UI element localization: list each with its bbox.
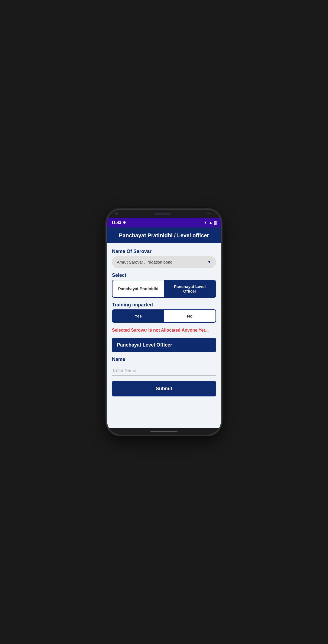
sarovar-dropdown[interactable]: Amrut Sarovar , Irrigation pond ▼ xyxy=(112,256,216,268)
select-label: Select xyxy=(112,273,216,278)
battery-icon: ▓ xyxy=(214,220,217,225)
training-section: Training imparted Yes No xyxy=(112,302,216,323)
phone-frame: 11:43 ⚙ ▼ ▲ ▓ Panchayat Pratinidhi / Lev… xyxy=(107,210,221,435)
gear-icon: ⚙ xyxy=(123,220,126,225)
training-toggle-group: Yes No xyxy=(112,309,216,323)
app-header: Panchayat Pratinidhi / Level officer xyxy=(107,228,221,243)
sensors xyxy=(207,213,213,215)
speaker xyxy=(155,213,171,215)
status-left: 11:43 ⚙ xyxy=(111,220,126,225)
submit-button[interactable]: Submit xyxy=(112,381,216,396)
training-no-btn[interactable]: No xyxy=(164,310,216,322)
home-indicator xyxy=(150,431,178,432)
toggle-pratinidhi[interactable]: Panchayat Pratinidhi xyxy=(112,280,164,297)
training-yes-btn[interactable]: Yes xyxy=(112,310,164,322)
section-header-bar: Panchayat Level Officer xyxy=(112,338,216,352)
toggle-level-officer[interactable]: Panchayat Level Officer xyxy=(164,280,216,297)
status-right: ▼ ▲ ▓ xyxy=(204,220,217,225)
app-content: Name Of Sarovar Amrut Sarovar , Irrigati… xyxy=(107,243,221,428)
time-display: 11:43 xyxy=(111,220,121,225)
error-message: Selected Sarovar is not Allocated Anyone… xyxy=(112,327,216,334)
sarovar-label: Name Of Sarovar xyxy=(112,249,216,254)
name-section: Name xyxy=(112,357,216,376)
sarovar-section: Name Of Sarovar Amrut Sarovar , Irrigati… xyxy=(112,249,216,268)
select-section: Select Panchayat Pratinidhi Panchayat Le… xyxy=(112,273,216,298)
section-bar-text: Panchayat Level Officer xyxy=(117,342,211,348)
name-input[interactable] xyxy=(112,366,216,376)
camera xyxy=(115,212,118,215)
page-title: Panchayat Pratinidhi / Level officer xyxy=(112,232,216,239)
sarovar-value: Amrut Sarovar , Irrigation pond xyxy=(117,260,172,264)
training-label: Training imparted xyxy=(112,302,216,308)
select-toggle-group: Panchayat Pratinidhi Panchayat Level Off… xyxy=(112,280,216,298)
wifi-icon: ▼ xyxy=(204,220,207,225)
phone-bottom xyxy=(107,428,221,435)
dropdown-arrow-icon: ▼ xyxy=(207,260,211,264)
name-label: Name xyxy=(112,357,216,362)
status-bar: 11:43 ⚙ ▼ ▲ ▓ xyxy=(107,218,221,228)
phone-top xyxy=(107,210,221,218)
signal-icon: ▲ xyxy=(209,220,213,225)
